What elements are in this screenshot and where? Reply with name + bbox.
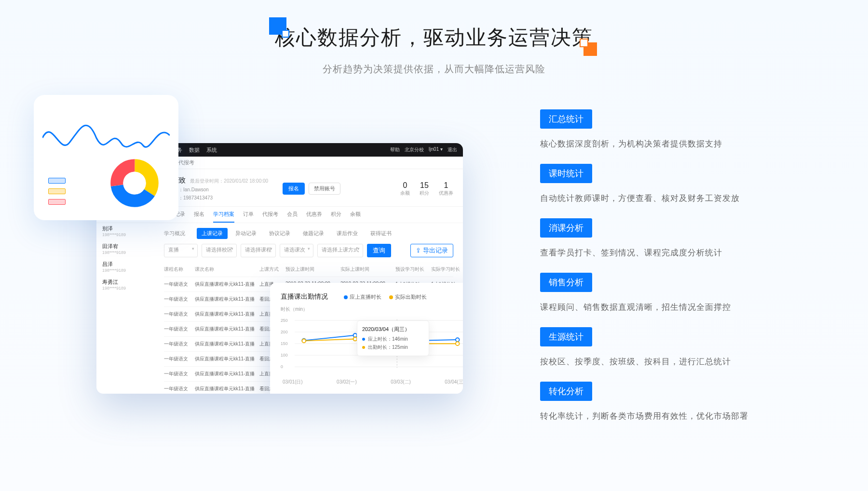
hero: 核心数据分析，驱动业务运营决策 分析趋势为决策提供依据，从而大幅降低运营风险	[0, 0, 868, 76]
record-tab[interactable]: 优惠券	[306, 211, 322, 223]
feature-tag-4: 生源统计	[540, 327, 592, 346]
record-tab[interactable]: 报名	[194, 211, 204, 223]
chart-ylabel: 时长（min）	[281, 306, 463, 313]
chart-tooltip: 2020/03/04（周三） 应上时长：146min 出勤时长：125min	[357, 320, 429, 356]
username-line: 用户名：Ian.Dawson	[164, 186, 268, 193]
svg-point-17	[456, 338, 460, 342]
chart-xlabels: 03/01(日)03/02(一)03/03(二)03/04(三)	[281, 379, 463, 385]
table-header-cell: 课次名称	[195, 266, 258, 273]
feature-desc-1: 自动统计教师课时，方便查看、核对及财务工资发放	[540, 193, 844, 204]
table-header-cell: 预设学习时长	[395, 266, 429, 273]
table-header-cell: 课程名称	[164, 266, 193, 273]
record-tab[interactable]: 代报考	[262, 211, 278, 223]
profile-stat: 0余额	[400, 181, 410, 197]
tooltip-line-2: 出勤时长：125min	[368, 344, 408, 351]
feature-desc-0: 核心数据深度剖析，为机构决策者提供数据支持	[540, 138, 844, 149]
feature-tag-3: 销售分析	[540, 273, 592, 292]
section-tab[interactable]: 获得证书	[366, 228, 396, 239]
feature-tag-2: 消课分析	[540, 218, 592, 238]
feature-item-1: 课时统计 自动统计教师课时，方便查看、核对及财务工资发放	[540, 164, 844, 204]
filter-course[interactable]: 请选择课程	[241, 244, 276, 257]
legend-swatch-blue	[48, 178, 66, 184]
accent-square-orange	[583, 42, 597, 56]
svg-point-3	[123, 172, 146, 194]
svg-text:200: 200	[281, 330, 288, 334]
feature-tag-5: 转化分析	[540, 382, 592, 401]
section-tab[interactable]: 协议记录	[264, 228, 295, 239]
disable-account-button[interactable]: 禁用账号	[309, 183, 340, 195]
feature-desc-4: 按校区、按季度、按班级、按科目，进行汇总统计	[540, 356, 844, 367]
topnav-item[interactable]: 数据	[189, 146, 200, 154]
topnav-right-item[interactable]: 退出	[448, 146, 457, 153]
accent-square-blue	[269, 17, 286, 35]
donut-legend	[48, 178, 66, 205]
filter-method[interactable]: 请选择上课方式	[317, 244, 363, 257]
feature-desc-2: 查看学员打卡、签到情况、课程完成度分析统计	[540, 247, 844, 258]
svg-point-21	[456, 342, 460, 345]
enroll-button[interactable]: 报名	[283, 183, 305, 195]
hero-subtitle: 分析趋势为决策提供依据，从而大幅降低运营风险	[0, 63, 868, 76]
legend-swatch-red	[48, 199, 66, 205]
svg-text:0: 0	[281, 364, 283, 369]
svg-text:250: 250	[281, 318, 288, 323]
feature-item-4: 生源统计 按校区、按季度、按班级、按科目，进行汇总统计	[540, 327, 844, 367]
record-tab[interactable]: 积分	[331, 211, 341, 223]
tooltip-date: 2020/03/04（周三）	[362, 326, 424, 333]
filter-type[interactable]: 直播	[164, 244, 198, 257]
feature-item-3: 销售分析 课程顾问、销售数据直观清晰，招生情况全面撑控	[540, 273, 844, 313]
section-tab[interactable]: 课后作业	[332, 228, 363, 239]
table-header-cell: 上课方式	[259, 266, 284, 273]
feature-list: 汇总统计 核心数据深度剖析，为机构决策者提供数据支持 课时统计 自动统计教师课时…	[482, 95, 844, 436]
topnav-item[interactable]: 系统	[206, 146, 217, 154]
legend-swatch-yellow	[48, 188, 66, 194]
svg-point-18	[302, 339, 306, 343]
table-header-cell: 实际学习时长	[431, 266, 463, 273]
student-list-item[interactable]: 昌泽198****9189	[102, 261, 149, 273]
chart-title: 直播课出勤情况	[281, 292, 328, 301]
feature-tag-0: 汇总统计	[540, 109, 592, 129]
sparkline-card	[34, 95, 178, 220]
feature-item-0: 汇总统计 核心数据深度剖析，为机构决策者提供数据支持	[540, 109, 844, 149]
legend-item: 应上直播时长	[344, 293, 381, 301]
topnav-right-item[interactable]: ljn01 ▾	[429, 146, 443, 153]
table-header-cell: 预设上课时间	[285, 266, 339, 273]
topnav-right-item[interactable]: 帮助	[390, 146, 400, 153]
feature-item-2: 消课分析 查看学员打卡、签到情况、课程完成度分析统计	[540, 218, 844, 258]
attendance-chart-card: 直播课出勤情况 应上直播时长 实际出勤时长 时长（min） 2502001501…	[270, 283, 463, 394]
profile-stat: 15积分	[420, 181, 429, 197]
profile-stat: 1优惠券	[439, 181, 453, 197]
record-tab[interactable]: 余额	[350, 211, 361, 223]
hero-title: 核心数据分析，驱动业务运营决策	[275, 24, 593, 51]
chart-legend: 应上直播时长 实际出勤时长	[344, 293, 427, 301]
record-tab[interactable]: 会员	[287, 211, 298, 223]
student-list-item[interactable]: 寿勇江198****9189	[102, 279, 149, 291]
legend-item: 实际出勤时长	[389, 293, 427, 301]
tooltip-line-1: 应上时长：146min	[368, 336, 408, 343]
filter-lesson[interactable]: 请选课次	[280, 244, 313, 257]
section-tab[interactable]: 做题记录	[298, 228, 329, 239]
last-login: 最后登录时间：2020/01/02 18:00:00	[190, 178, 268, 184]
table-header-cell: 实际上课时间	[340, 266, 393, 273]
student-list-item[interactable]: 别泽198****9189	[102, 225, 149, 237]
svg-text:100: 100	[281, 353, 288, 358]
donut-chart	[108, 157, 161, 210]
subnav-item[interactable]: 代报考	[178, 159, 194, 166]
search-button[interactable]: 查询	[367, 244, 391, 257]
filter-campus[interactable]: 请选择校区	[202, 244, 237, 257]
record-tab[interactable]: 订单	[243, 211, 254, 223]
feature-item-5: 转化分析 转化率统计，判断各类市场费用有效性，优化市场部署	[540, 382, 844, 422]
topnav-right-item[interactable]: 北京分校	[405, 146, 424, 153]
svg-text:150: 150	[281, 341, 288, 346]
record-tab[interactable]: 学习档案	[213, 211, 234, 223]
export-button[interactable]: ⇪ 导出记录	[410, 244, 453, 257]
section-tab[interactable]: 异动记录	[231, 228, 261, 239]
feature-desc-5: 转化率统计，判断各类市场费用有效性，优化市场部署	[540, 411, 844, 422]
feature-tag-1: 课时统计	[540, 164, 592, 183]
phone-line: 手机号：19873413473	[164, 195, 268, 201]
feature-desc-3: 课程顾问、销售数据直观清晰，招生情况全面撑控	[540, 302, 844, 313]
section-tab[interactable]: 上课记录	[197, 228, 228, 239]
student-list-item[interactable]: 田泽宥198****9189	[102, 243, 149, 255]
section-overview-label: 学习概况	[164, 230, 185, 237]
